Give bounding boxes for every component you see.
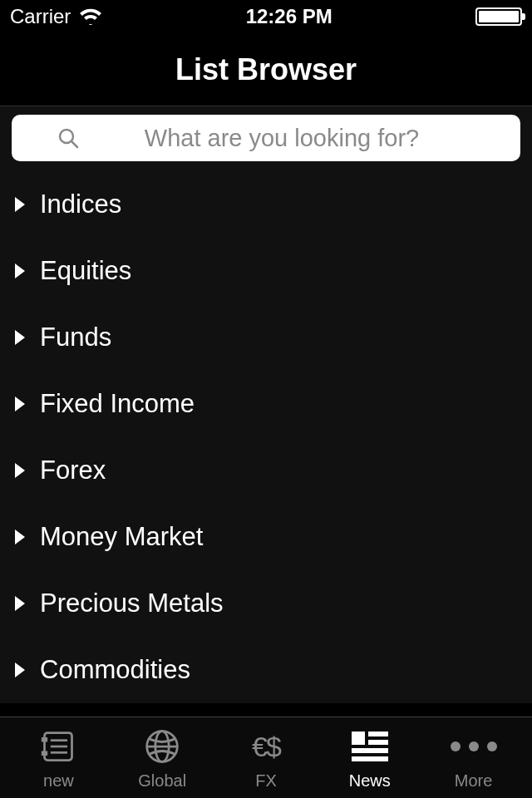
search-container bbox=[0, 106, 532, 171]
list-item-equities[interactable]: Equities bbox=[0, 238, 532, 304]
item-label: Equities bbox=[40, 256, 131, 286]
wifi-icon bbox=[79, 8, 102, 25]
tab-label: FX bbox=[255, 771, 277, 791]
item-label: Forex bbox=[40, 456, 106, 485]
list-icon bbox=[38, 727, 78, 766]
list-item-commodities[interactable]: Commodities bbox=[0, 637, 532, 703]
svg-rect-3 bbox=[42, 737, 47, 742]
item-label: Precious Metals bbox=[40, 589, 224, 618]
svg-rect-13 bbox=[368, 740, 388, 745]
chevron-right-icon bbox=[15, 397, 25, 411]
chevron-right-icon bbox=[15, 663, 25, 677]
svg-line-1 bbox=[71, 141, 77, 147]
svg-rect-11 bbox=[352, 732, 365, 745]
nav-header: List Browser bbox=[0, 33, 532, 106]
chevron-right-icon bbox=[15, 264, 25, 278]
list-item-forex[interactable]: Forex bbox=[0, 437, 532, 504]
search-input[interactable] bbox=[89, 125, 475, 152]
list-item-fixed-income[interactable]: Fixed Income bbox=[0, 371, 532, 437]
list-item-money-market[interactable]: Money Market bbox=[0, 504, 532, 570]
tab-news[interactable]: News bbox=[318, 727, 421, 791]
more-icon bbox=[454, 727, 494, 766]
chevron-right-icon bbox=[15, 463, 25, 478]
chevron-right-icon bbox=[15, 530, 25, 544]
tab-new[interactable]: new bbox=[7, 727, 111, 791]
carrier-label: Carrier bbox=[10, 5, 71, 28]
chevron-right-icon bbox=[15, 330, 25, 345]
page-title: List Browser bbox=[175, 52, 357, 87]
svg-rect-14 bbox=[352, 748, 388, 753]
battery-icon bbox=[475, 7, 522, 26]
svg-rect-15 bbox=[352, 756, 388, 761]
list-item-funds[interactable]: Funds bbox=[0, 304, 532, 371]
chevron-right-icon bbox=[15, 596, 25, 611]
news-icon bbox=[350, 727, 390, 766]
svg-rect-12 bbox=[368, 732, 388, 736]
status-bar: Carrier 12:26 PM bbox=[0, 0, 532, 33]
item-label: Indices bbox=[40, 190, 121, 219]
category-list: Indices Equities Funds Fixed Income Fore… bbox=[0, 171, 532, 703]
tab-label: Global bbox=[138, 771, 186, 791]
tab-label: new bbox=[43, 771, 74, 791]
list-item-indices[interactable]: Indices bbox=[0, 171, 532, 238]
search-field[interactable] bbox=[12, 115, 520, 161]
search-icon bbox=[57, 127, 79, 149]
tab-more[interactable]: More bbox=[421, 727, 525, 791]
tab-bar: new Global €$ FX bbox=[0, 717, 532, 798]
item-label: Funds bbox=[40, 323, 111, 352]
currency-icon: €$ bbox=[246, 727, 286, 766]
tab-label: More bbox=[455, 771, 493, 791]
globe-icon bbox=[142, 727, 182, 766]
tab-fx[interactable]: €$ FX bbox=[214, 727, 318, 791]
status-left: Carrier bbox=[10, 5, 102, 28]
chevron-right-icon bbox=[15, 197, 25, 212]
list-item-precious-metals[interactable]: Precious Metals bbox=[0, 570, 532, 637]
tab-label: News bbox=[349, 771, 391, 791]
item-label: Commodities bbox=[40, 655, 190, 685]
item-label: Money Market bbox=[40, 522, 203, 552]
item-label: Fixed Income bbox=[40, 389, 195, 419]
status-time: 12:26 PM bbox=[246, 5, 332, 28]
svg-rect-4 bbox=[42, 751, 47, 756]
tab-global[interactable]: Global bbox=[111, 727, 214, 791]
